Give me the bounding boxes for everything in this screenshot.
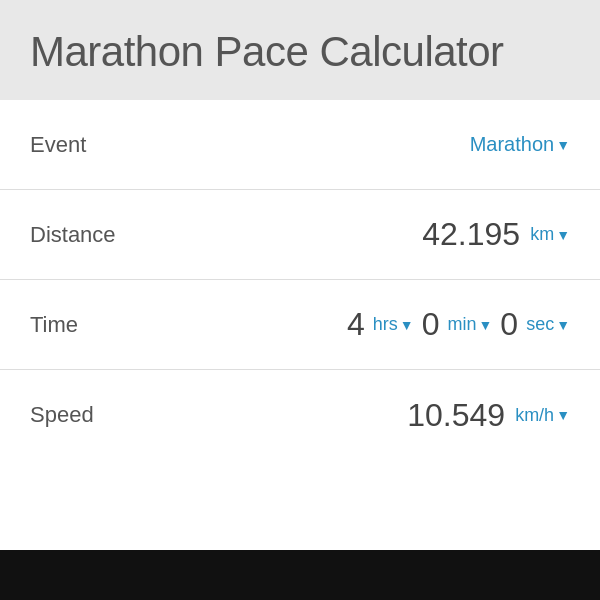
hours-value: 4 (347, 306, 365, 343)
minutes-value: 0 (422, 306, 440, 343)
speed-label: Speed (30, 402, 150, 428)
distance-unit-text: km (530, 224, 554, 245)
distance-row: Distance 42.195 km ▼ (0, 190, 600, 280)
seconds-unit-dropdown[interactable]: sec ▼ (526, 314, 570, 335)
time-label: Time (30, 312, 150, 338)
speed-value-container: 10.549 km/h ▼ (150, 397, 570, 434)
hours-unit-dropdown[interactable]: hrs ▼ (373, 314, 414, 335)
page-title: Marathon Pace Calculator (30, 28, 570, 76)
hours-unit-text: hrs (373, 314, 398, 335)
seconds-unit-text: sec (526, 314, 554, 335)
event-value-text: Marathon (470, 133, 555, 156)
hours-dropdown-arrow: ▼ (400, 317, 414, 333)
distance-value: 42.195 (422, 216, 520, 253)
seconds-dropdown-arrow: ▼ (556, 317, 570, 333)
distance-unit-dropdown[interactable]: km ▼ (530, 224, 570, 245)
distance-value-container: 42.195 km ▼ (150, 216, 570, 253)
speed-value: 10.549 (407, 397, 505, 434)
minutes-unit-dropdown[interactable]: min ▼ (447, 314, 492, 335)
speed-unit-dropdown[interactable]: km/h ▼ (515, 405, 570, 426)
speed-row: Speed 10.549 km/h ▼ (0, 370, 600, 460)
event-value-container: Marathon ▼ (150, 133, 570, 156)
speed-unit-text: km/h (515, 405, 554, 426)
distance-label: Distance (30, 222, 150, 248)
seconds-value: 0 (500, 306, 518, 343)
event-dropdown-arrow: ▼ (556, 137, 570, 153)
event-row: Event Marathon ▼ (0, 100, 600, 190)
event-label: Event (30, 132, 150, 158)
distance-dropdown-arrow: ▼ (556, 227, 570, 243)
minutes-dropdown-arrow: ▼ (478, 317, 492, 333)
calculator-body: Event Marathon ▼ Distance 42.195 km ▼ Ti… (0, 100, 600, 550)
time-value-container: 4 hrs ▼ 0 min ▼ 0 sec ▼ (150, 306, 570, 343)
page-wrapper: Marathon Pace Calculator Event Marathon … (0, 0, 600, 600)
time-row: Time 4 hrs ▼ 0 min ▼ 0 (0, 280, 600, 370)
speed-dropdown-arrow: ▼ (556, 407, 570, 423)
header: Marathon Pace Calculator (0, 0, 600, 100)
minutes-unit-text: min (447, 314, 476, 335)
footer-bar (0, 550, 600, 600)
time-values: 4 hrs ▼ 0 min ▼ 0 sec ▼ (347, 306, 570, 343)
event-dropdown[interactable]: Marathon ▼ (470, 133, 570, 156)
